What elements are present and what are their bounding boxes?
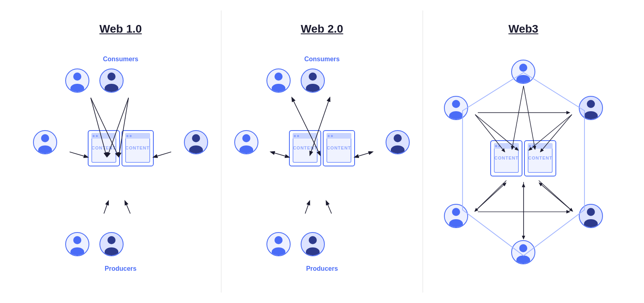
web1-consumer1: [64, 68, 90, 93]
web3-diagram: CONTENT CONTENT: [431, 52, 616, 280]
diagram-container: Web 1.0 Consumers: [20, 10, 624, 293]
svg-line-15: [512, 86, 523, 149]
svg-line-22: [539, 181, 572, 211]
web3-user-bottomright: [578, 204, 604, 228]
web3-user-bottom: [510, 240, 536, 264]
web2-consumer2: [300, 68, 326, 93]
web2-title: Web 2.0: [301, 23, 343, 35]
svg-line-13: [326, 201, 332, 214]
web3-user-topright: [578, 96, 604, 120]
svg-line-7: [125, 201, 130, 214]
web2-producer1: [266, 232, 291, 256]
web1-consumer2: [99, 68, 124, 93]
web2-diagram: Consumers: [229, 52, 414, 280]
web1-producer1: [64, 232, 90, 256]
web3-title: Web3: [508, 23, 538, 35]
svg-line-5: [154, 152, 171, 157]
svg-line-24: [475, 183, 506, 211]
svg-line-12: [305, 201, 310, 214]
web3-section: Web3 CONTENT: [423, 10, 624, 293]
svg-line-21: [475, 181, 506, 211]
web1-content: CONTENT CONTENT: [88, 130, 154, 166]
web1-side-user-right: [183, 130, 209, 154]
web2-producer2: [300, 232, 326, 256]
web2-side-left: [233, 130, 259, 154]
svg-line-6: [104, 201, 108, 214]
svg-line-10: [271, 152, 289, 157]
web1-producer2: [99, 232, 124, 256]
svg-line-25: [539, 183, 572, 211]
svg-line-11: [355, 152, 373, 157]
web1-side-user-left: [32, 130, 58, 154]
web1-producers-label: Producers: [105, 265, 136, 272]
web2-consumer1: [266, 68, 291, 93]
web3-user-bottomleft: [443, 204, 469, 228]
web1-consumers-label: Consumers: [103, 56, 138, 63]
web1-diagram: Consumers: [28, 52, 213, 280]
web2-producers-label: Producers: [306, 265, 338, 272]
web2-side-right: [385, 130, 411, 154]
web3-user-top: [510, 60, 536, 84]
web1-title: Web 1.0: [99, 23, 142, 35]
web3-user-topleft: [443, 96, 469, 120]
web3-content: CONTENT CONTENT: [490, 140, 556, 176]
svg-line-16: [523, 86, 535, 149]
web2-section: Web 2.0 Consumers: [221, 10, 423, 293]
web2-content: CONTENT CONTENT: [289, 130, 355, 166]
web1-section: Web 1.0 Consumers: [20, 10, 221, 293]
web2-consumers-label: Consumers: [304, 56, 340, 63]
svg-line-4: [70, 152, 88, 157]
